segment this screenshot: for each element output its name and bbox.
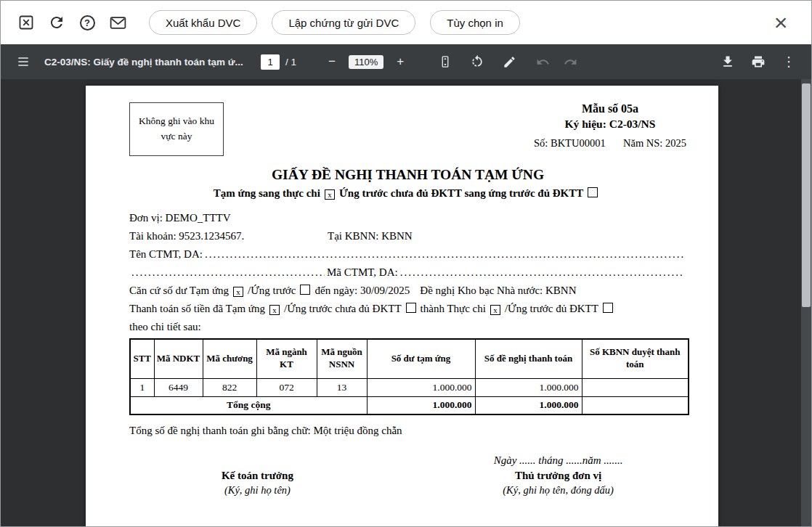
thanhtoan-text-2: /Ứng trước chưa đủ ĐKTT	[284, 303, 402, 314]
page-count: / 1	[285, 57, 296, 68]
help-icon: ?	[80, 15, 95, 30]
history-tools	[532, 51, 581, 73]
cancu-date: đến ngày: 30/09/2025	[314, 285, 410, 296]
checkbox-thanhtoan-ung-truoc	[406, 303, 416, 313]
annotate-button[interactable]	[498, 51, 520, 73]
document-content: Không ghi vào khu vực này Mẫu số 05a Ký …	[86, 86, 718, 519]
export-dvc-button[interactable]: Xuất khẩu DVC	[149, 10, 257, 35]
thanhtoan-text-1: Thanh toán số tiền đã Tạm ứng	[129, 303, 265, 314]
help-button[interactable]: ?	[73, 9, 101, 36]
table-header-cell: STT	[130, 339, 154, 378]
zoom-out-button[interactable]: −	[321, 51, 343, 73]
ma-ctmt-label: Mã CTMT, DA:	[327, 266, 398, 279]
signature-spacer	[129, 453, 386, 468]
view-tools	[434, 51, 520, 73]
total-cell: 1.000.000	[367, 396, 475, 414]
checkbox-cancu-ung-truoc	[300, 285, 310, 295]
table-header-cell: Số đề nghị thanh toán	[475, 339, 582, 378]
scrollbar[interactable]	[801, 79, 811, 526]
hamburger-icon	[16, 54, 31, 69]
refresh-icon	[48, 14, 65, 31]
no-write-box: Không ghi vào khu vực này	[129, 102, 224, 156]
close-icon: ×	[774, 11, 788, 34]
table-header-cell: Mã chương	[203, 339, 256, 378]
kbnn-name: Tại KBNN: KBNN	[328, 230, 413, 242]
excel-icon	[17, 14, 35, 31]
undo-button[interactable]	[532, 51, 553, 73]
pdf-actions: ⋮	[717, 51, 800, 73]
mail-button[interactable]	[104, 9, 131, 36]
form-number-year-row: Số: BKTU00001 Năm NS: 2025	[534, 137, 686, 150]
mail-icon	[109, 14, 127, 32]
document-title: GIẤY ĐỀ NGHỊ THANH TOÁN TẠM ỨNG	[129, 167, 686, 183]
cancu-text-1: Căn cứ số dư Tạm ứng	[129, 285, 229, 296]
detail-line: theo chi tiết sau:	[129, 320, 686, 333]
unit-head-title: Thủ trưởng đơn vị	[430, 468, 686, 483]
table-cell: 13	[317, 378, 367, 396]
table-cell: 1.000.000	[367, 378, 475, 396]
scrollbar-thumb[interactable]	[802, 83, 811, 307]
cancu-kbnn: Đề nghị Kho bạc Nhà nước: KBNN	[420, 285, 576, 296]
rotate-icon	[470, 54, 484, 69]
table-header-cell: Số dư tạm ứng	[367, 339, 475, 378]
form-meta: Mẫu số 05a Ký hiệu: C2-03/NS Số: BKTU000…	[534, 102, 686, 150]
table-total-row: Tổng cộng 1.000.000 1.000.000	[130, 396, 689, 414]
checkbox-thanhtoan-tam-ung: x	[269, 305, 280, 315]
thanhtoan-text-3: thành Thực chi	[421, 303, 486, 314]
account-number: Tài khoản: 9523.1234567.	[129, 229, 328, 242]
table-cell: 1	[130, 378, 154, 396]
thanhtoan-text-4: /Ứng trước đủ ĐKTT	[505, 303, 598, 314]
signature-right: Ngày ...... tháng ......năm ....... Thủ …	[430, 453, 686, 497]
total-label-cell: Tổng cộng	[130, 396, 367, 414]
amount-in-words: Tổng số đề nghị thanh toán ghi bằng chữ:…	[129, 425, 686, 437]
detail-table: STT Mã NDKT Mã chương Mã ngành KT Mã ngu…	[129, 338, 689, 415]
subtitle-text-1: Tạm ứng sang thực chi	[214, 187, 320, 199]
pdf-document-title: C2-03/NS: Giấy đề nghị thanh toán tạm ứ.…	[44, 57, 256, 68]
download-button[interactable]	[717, 51, 739, 73]
table-row: 1 6449 822 072 13 1.000.000 1.000.000	[130, 378, 689, 396]
ctmt-line: Tên CTMT, DA: ..........................…	[129, 248, 686, 261]
zoom-level: 110%	[349, 55, 383, 69]
print-icon	[751, 54, 766, 69]
page-number-input[interactable]: 1	[261, 54, 280, 70]
undo-icon	[536, 55, 550, 69]
account-line: Tài khoản: 9523.1234567.Tại KBNN: KBNN	[129, 229, 686, 242]
table-header-cell: Mã nguồn NSNN	[317, 339, 367, 378]
cancu-text-2: /Ứng trước	[248, 285, 296, 296]
print-button[interactable]	[747, 51, 769, 73]
total-cell: 1.000.000	[475, 396, 582, 414]
document-page: Không ghi vào khu vực này Mẫu số 05a Ký …	[86, 86, 718, 526]
form-symbol: Ký hiệu: C2-03/NS	[534, 118, 686, 131]
dotted-fill: ........................................…	[131, 266, 325, 279]
zoom-controls: − 110% +	[321, 51, 411, 73]
checkbox-tam-ung-sang-thuc-chi: x	[325, 189, 335, 200]
refresh-button[interactable]	[43, 9, 70, 36]
table-cell	[582, 378, 689, 396]
table-cell: 072	[256, 378, 317, 396]
document-number: Số: BKTU00001	[534, 137, 606, 150]
fit-page-icon	[438, 54, 452, 69]
menu-button[interactable]	[12, 51, 34, 73]
app-toolbar: ? Xuất khẩu DVC Lập chứng từ gửi DVC Tùy…	[1, 1, 811, 44]
more-options-button[interactable]: ⋮	[778, 51, 800, 73]
table-cell: 1.000.000	[475, 378, 582, 396]
table-cell: 822	[203, 378, 256, 396]
checkbox-ung-truoc-du-dktt	[588, 187, 598, 197]
fit-page-button[interactable]	[434, 51, 456, 73]
pdf-viewer: Không ghi vào khu vực này Mẫu số 05a Ký …	[1, 79, 811, 526]
table-header-cell: Mã ngành KT	[256, 339, 317, 378]
close-button[interactable]: ×	[766, 8, 795, 37]
excel-export-button[interactable]	[12, 9, 40, 36]
rotate-button[interactable]	[466, 51, 488, 73]
download-icon	[720, 54, 735, 69]
redo-button[interactable]	[559, 51, 581, 73]
signature-section: Kế toán trưởng (Ký, ghi họ tên) Ngày ...…	[129, 453, 686, 497]
zoom-in-button[interactable]: +	[389, 51, 411, 73]
print-options-button[interactable]: Tùy chọn in	[430, 10, 520, 35]
budget-year: Năm NS: 2025	[623, 137, 686, 150]
subtitle-text-2: Ứng trước chưa đủ ĐKTT sang ứng trước đủ…	[339, 187, 583, 199]
create-dvc-document-button[interactable]: Lập chứng từ gửi DVC	[272, 10, 415, 35]
dotted-fill: ........................................…	[205, 248, 684, 261]
unit-line: Đơn vị: DEMO_TTTV	[129, 211, 686, 224]
checkbox-ung-truoc-du	[603, 303, 613, 313]
